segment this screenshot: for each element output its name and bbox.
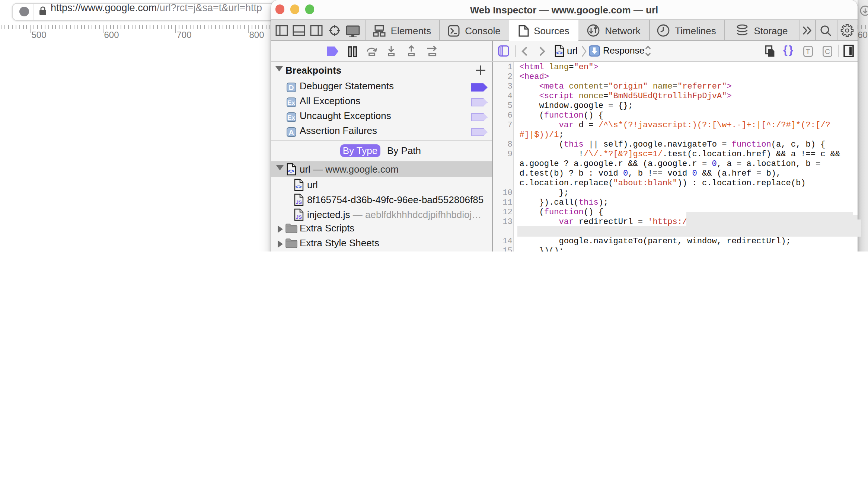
svg-text:T: T (805, 47, 810, 55)
svg-text:C: C (824, 47, 830, 55)
svg-text:<>: <> (556, 49, 563, 55)
